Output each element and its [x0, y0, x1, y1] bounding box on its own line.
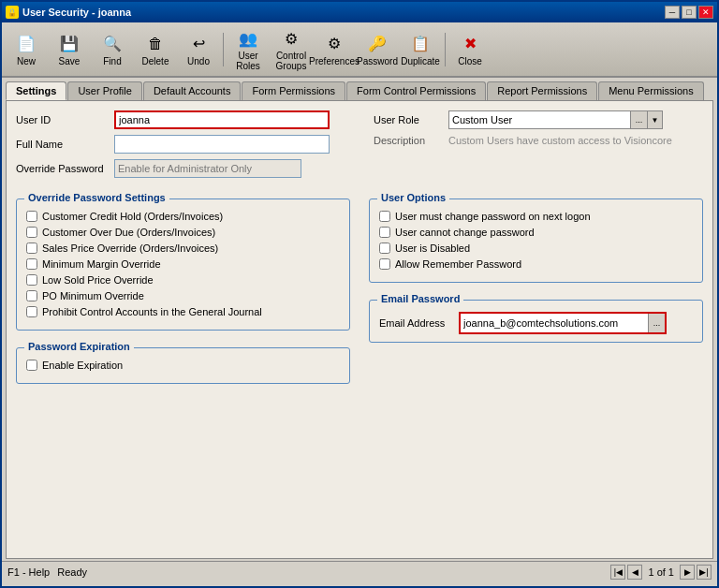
password-expiration-section: Password Expiration Enable Expiration	[16, 347, 350, 384]
user-options-section: User Options User must change password o…	[369, 198, 703, 283]
minimize-button[interactable]: ─	[665, 6, 680, 19]
user-role-input[interactable]	[448, 110, 631, 129]
user-id-input[interactable]	[114, 110, 330, 129]
nav-next-button[interactable]: ▶	[680, 565, 695, 580]
control-groups-button[interactable]: ⚙ Control Groups	[271, 24, 312, 74]
undo-button[interactable]: ↩ Undo	[178, 30, 219, 69]
description-value: Custom Users have custom access to Visio…	[448, 135, 672, 146]
help-text: F1 - Help	[7, 566, 50, 578]
user-id-row: User ID	[16, 110, 345, 129]
cb-cannot-change-password: User cannot change password	[379, 227, 693, 238]
statusbar: F1 - Help Ready |◀ ◀ 1 of 1 ▶ ▶|	[2, 561, 717, 581]
must-change-password-checkbox[interactable]	[379, 211, 390, 222]
control-groups-icon: ⚙	[280, 27, 302, 50]
tab-user-profile[interactable]: User Profile	[67, 81, 141, 100]
close-icon: ✖	[459, 33, 481, 55]
prohibit-control-checkbox[interactable]	[26, 306, 37, 317]
cb-must-change-password: User must change password on next logon	[379, 211, 693, 222]
user-role-label: User Role	[374, 114, 448, 125]
email-address-row: Email Address ...	[379, 312, 693, 334]
new-label: New	[17, 56, 36, 66]
titlebar: 🔒 User Security - joanna ─ □ ✕	[2, 2, 717, 22]
undo-label: Undo	[187, 56, 210, 66]
statusbar-left: F1 - Help Ready	[7, 566, 87, 578]
email-address-input[interactable]	[461, 314, 648, 332]
minimum-margin-checkbox[interactable]	[26, 258, 37, 270]
tab-report-permissions[interactable]: Report Permissions	[487, 81, 597, 100]
enable-expiration-checkbox[interactable]	[26, 360, 37, 371]
titlebar-left: 🔒 User Security - joanna	[6, 6, 131, 19]
cb-user-disabled: User is Disabled	[379, 243, 693, 254]
close-window-button[interactable]: ✕	[698, 6, 713, 19]
cb-customer-over-due: Customer Over Due (Orders/Invoices)	[26, 227, 340, 238]
find-button[interactable]: 🔍 Find	[92, 30, 133, 69]
duplicate-label: Duplicate	[401, 56, 440, 66]
new-button[interactable]: 📄 New	[6, 30, 47, 69]
nav-last-button[interactable]: ▶|	[697, 565, 712, 580]
email-password-title: Email Password	[377, 293, 463, 304]
status-text: Ready	[57, 566, 87, 578]
preferences-icon: ⚙	[323, 33, 345, 55]
user-role-row: User Role ... ▼	[374, 110, 703, 129]
delete-icon: 🗑	[144, 33, 167, 55]
user-role-browse-btn[interactable]: ...	[631, 110, 648, 129]
app-icon: 🔒	[6, 6, 19, 19]
sales-price-override-checkbox[interactable]	[26, 243, 37, 254]
description-label: Description	[374, 135, 448, 146]
customer-credit-hold-label: Customer Credit Hold (Orders/Invoices)	[42, 211, 223, 222]
full-name-label: Full Name	[16, 139, 114, 150]
nav-prev-button[interactable]: ◀	[627, 565, 642, 580]
new-icon: 📄	[15, 33, 37, 55]
password-expiration-title: Password Expiration	[24, 341, 134, 352]
tab-menu-permissions[interactable]: Menu Permissions	[598, 81, 703, 100]
find-icon: 🔍	[101, 33, 124, 55]
nav-first-button[interactable]: |◀	[610, 565, 625, 580]
cb-minimum-margin: Minimum Margin Override	[26, 258, 340, 270]
user-id-label: User ID	[16, 114, 114, 125]
duplicate-button[interactable]: 📋 Duplicate	[400, 30, 441, 69]
user-roles-icon: 👥	[237, 27, 259, 50]
tab-form-control-permissions[interactable]: Form Control Permissions	[346, 81, 486, 100]
minimum-margin-label: Minimum Margin Override	[42, 258, 161, 270]
low-sold-price-checkbox[interactable]	[26, 274, 37, 286]
email-password-section: Email Password Email Address ...	[369, 300, 703, 343]
full-name-row: Full Name	[16, 135, 345, 154]
find-label: Find	[103, 56, 121, 66]
main-window: 🔒 User Security - joanna ─ □ ✕ 📄 New 💾 S…	[0, 0, 719, 588]
cannot-change-password-label: User cannot change password	[395, 227, 535, 238]
sections-two-col: Override Password Settings Customer Cred…	[16, 187, 703, 384]
page-info: 1 of 1	[648, 566, 674, 578]
maximize-button[interactable]: □	[682, 6, 697, 19]
cb-sales-price-override: Sales Price Override (Orders/Invoices)	[26, 243, 340, 254]
cb-low-sold-price: Low Sold Price Override	[26, 274, 340, 286]
col-left: Override Password Settings Customer Cred…	[16, 187, 350, 384]
delete-label: Delete	[142, 56, 169, 66]
allow-remember-password-checkbox[interactable]	[379, 258, 390, 270]
tab-form-permissions[interactable]: Form Permissions	[242, 81, 345, 100]
customer-credit-hold-checkbox[interactable]	[26, 211, 37, 222]
po-minimum-label: PO Minimum Override	[42, 290, 144, 301]
tab-settings[interactable]: Settings	[6, 81, 66, 100]
close-button[interactable]: ✖ Close	[449, 30, 491, 69]
allow-remember-password-label: Allow Remember Password	[395, 258, 521, 270]
password-button[interactable]: 🔑 Password	[357, 30, 398, 69]
cb-prohibit-control: Prohibit Control Accounts in the General…	[26, 306, 340, 317]
tabs-container: Settings User Profile Default Accounts F…	[2, 78, 717, 100]
duplicate-icon: 📋	[409, 33, 432, 55]
override-password-settings-section: Override Password Settings Customer Cred…	[16, 198, 350, 331]
tab-default-accounts[interactable]: Default Accounts	[143, 81, 242, 100]
customer-over-due-label: Customer Over Due (Orders/Invoices)	[42, 227, 215, 238]
cannot-change-password-checkbox[interactable]	[379, 227, 390, 238]
control-groups-label: Control Groups	[273, 51, 309, 71]
user-disabled-checkbox[interactable]	[379, 243, 390, 254]
save-button[interactable]: 💾 Save	[49, 30, 90, 69]
delete-button[interactable]: 🗑 Delete	[135, 30, 176, 69]
user-role-dropdown-btn[interactable]: ▼	[648, 110, 663, 129]
customer-over-due-checkbox[interactable]	[26, 227, 37, 238]
user-roles-button[interactable]: 👥 User Roles	[227, 24, 269, 74]
po-minimum-checkbox[interactable]	[26, 290, 37, 301]
email-browse-button[interactable]: ...	[648, 314, 665, 332]
user-roles-label: User Roles	[230, 51, 266, 71]
preferences-button[interactable]: ⚙ Preferences	[314, 30, 355, 69]
full-name-input[interactable]	[114, 135, 330, 154]
